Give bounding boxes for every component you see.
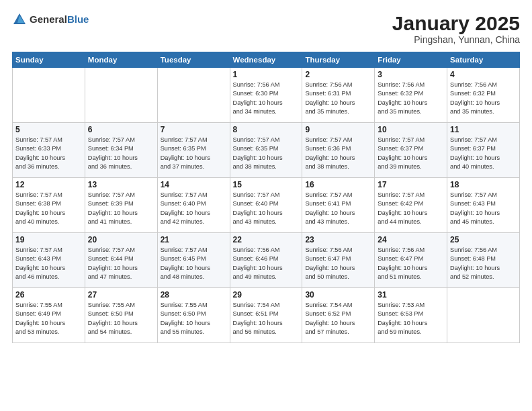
day-number: 10 <box>378 125 444 134</box>
day-info: Sunrise: 7:57 AMSunset: 6:41 PMDaylight:… <box>305 191 371 226</box>
location: Pingshan, Yunnan, China <box>392 34 520 45</box>
week-row-5: 26Sunrise: 7:55 AMSunset: 6:49 PMDayligh… <box>13 288 520 343</box>
day-info: Sunrise: 7:57 AMSunset: 6:44 PMDaylight:… <box>88 246 154 281</box>
table-row: 28Sunrise: 7:55 AMSunset: 6:50 PMDayligh… <box>157 288 230 343</box>
day-info: Sunrise: 7:57 AMSunset: 6:37 PMDaylight:… <box>450 136 517 171</box>
table-row: 30Sunrise: 7:54 AMSunset: 6:52 PMDayligh… <box>302 288 375 343</box>
calendar-table: Sunday Monday Tuesday Wednesday Thursday… <box>12 52 520 343</box>
table-row: 23Sunrise: 7:56 AMSunset: 6:47 PMDayligh… <box>302 233 375 288</box>
table-row: 18Sunrise: 7:57 AMSunset: 6:43 PMDayligh… <box>447 178 520 233</box>
day-number: 26 <box>15 290 82 300</box>
col-monday: Monday <box>85 52 157 68</box>
month-title: January 2025 <box>392 12 520 34</box>
table-row: 16Sunrise: 7:57 AMSunset: 6:41 PMDayligh… <box>302 178 375 233</box>
day-info: Sunrise: 7:56 AMSunset: 6:46 PMDaylight:… <box>233 246 300 281</box>
table-row: 29Sunrise: 7:54 AMSunset: 6:51 PMDayligh… <box>230 288 302 343</box>
table-row <box>85 68 157 123</box>
day-number: 24 <box>378 235 444 244</box>
day-number: 16 <box>305 180 371 189</box>
day-number: 5 <box>15 125 82 134</box>
day-info: Sunrise: 7:54 AMSunset: 6:52 PMDaylight:… <box>305 301 371 336</box>
day-number: 9 <box>305 125 371 134</box>
table-row <box>157 68 230 123</box>
day-number: 19 <box>15 235 82 244</box>
day-number: 30 <box>305 290 371 300</box>
day-number: 27 <box>88 290 154 300</box>
day-number: 13 <box>88 180 154 189</box>
week-row-2: 5Sunrise: 7:57 AMSunset: 6:33 PMDaylight… <box>13 123 520 178</box>
table-row <box>13 68 85 123</box>
table-row: 10Sunrise: 7:57 AMSunset: 6:37 PMDayligh… <box>375 123 447 178</box>
day-number: 18 <box>450 180 517 189</box>
table-row: 13Sunrise: 7:57 AMSunset: 6:39 PMDayligh… <box>85 178 157 233</box>
day-info: Sunrise: 7:56 AMSunset: 6:31 PMDaylight:… <box>305 81 371 116</box>
day-info: Sunrise: 7:56 AMSunset: 6:48 PMDaylight:… <box>450 246 517 281</box>
table-row: 20Sunrise: 7:57 AMSunset: 6:44 PMDayligh… <box>85 233 157 288</box>
day-number: 15 <box>233 180 300 189</box>
table-row: 19Sunrise: 7:57 AMSunset: 6:43 PMDayligh… <box>13 233 85 288</box>
day-number: 6 <box>88 125 154 134</box>
day-number: 4 <box>450 70 517 79</box>
day-number: 12 <box>15 180 82 189</box>
day-info: Sunrise: 7:57 AMSunset: 6:43 PMDaylight:… <box>15 246 82 281</box>
day-info: Sunrise: 7:56 AMSunset: 6:47 PMDaylight:… <box>378 246 444 281</box>
table-row: 6Sunrise: 7:57 AMSunset: 6:34 PMDaylight… <box>85 123 157 178</box>
day-number: 14 <box>161 180 227 189</box>
day-info: Sunrise: 7:55 AMSunset: 6:50 PMDaylight:… <box>88 301 154 336</box>
col-tuesday: Tuesday <box>157 52 230 68</box>
day-info: Sunrise: 7:57 AMSunset: 6:40 PMDaylight:… <box>161 191 227 226</box>
calendar-header-row: Sunday Monday Tuesday Wednesday Thursday… <box>13 52 520 68</box>
logo-icon <box>12 12 27 27</box>
table-row: 8Sunrise: 7:57 AMSunset: 6:35 PMDaylight… <box>230 123 302 178</box>
logo-general: GeneralBlue <box>30 13 89 26</box>
day-number: 28 <box>161 290 227 300</box>
day-info: Sunrise: 7:57 AMSunset: 6:45 PMDaylight:… <box>161 246 227 281</box>
col-saturday: Saturday <box>447 52 520 68</box>
day-info: Sunrise: 7:57 AMSunset: 6:40 PMDaylight:… <box>233 191 300 226</box>
day-info: Sunrise: 7:57 AMSunset: 6:34 PMDaylight:… <box>88 136 154 171</box>
day-info: Sunrise: 7:56 AMSunset: 6:32 PMDaylight:… <box>378 81 444 116</box>
table-row: 4Sunrise: 7:56 AMSunset: 6:32 PMDaylight… <box>447 68 520 123</box>
col-sunday: Sunday <box>13 52 85 68</box>
day-info: Sunrise: 7:56 AMSunset: 6:32 PMDaylight:… <box>450 81 517 116</box>
day-info: Sunrise: 7:57 AMSunset: 6:36 PMDaylight:… <box>305 136 371 171</box>
table-row: 9Sunrise: 7:57 AMSunset: 6:36 PMDaylight… <box>302 123 375 178</box>
day-info: Sunrise: 7:55 AMSunset: 6:50 PMDaylight:… <box>161 301 227 336</box>
day-info: Sunrise: 7:57 AMSunset: 6:35 PMDaylight:… <box>161 136 227 171</box>
table-row: 24Sunrise: 7:56 AMSunset: 6:47 PMDayligh… <box>375 233 447 288</box>
day-info: Sunrise: 7:56 AMSunset: 6:30 PMDaylight:… <box>233 81 300 116</box>
day-info: Sunrise: 7:54 AMSunset: 6:51 PMDaylight:… <box>233 301 300 336</box>
week-row-3: 12Sunrise: 7:57 AMSunset: 6:38 PMDayligh… <box>13 178 520 233</box>
col-wednesday: Wednesday <box>230 52 302 68</box>
day-number: 20 <box>88 235 154 244</box>
day-number: 3 <box>378 70 444 79</box>
day-number: 23 <box>305 235 371 244</box>
table-row: 5Sunrise: 7:57 AMSunset: 6:33 PMDaylight… <box>13 123 85 178</box>
table-row: 21Sunrise: 7:57 AMSunset: 6:45 PMDayligh… <box>157 233 230 288</box>
header: GeneralBlue January 2025 Pingshan, Yunna… <box>12 12 520 45</box>
table-row: 27Sunrise: 7:55 AMSunset: 6:50 PMDayligh… <box>85 288 157 343</box>
table-row: 3Sunrise: 7:56 AMSunset: 6:32 PMDaylight… <box>375 68 447 123</box>
day-number: 8 <box>233 125 300 134</box>
table-row: 12Sunrise: 7:57 AMSunset: 6:38 PMDayligh… <box>13 178 85 233</box>
week-row-1: 1Sunrise: 7:56 AMSunset: 6:30 PMDaylight… <box>13 68 520 123</box>
day-number: 2 <box>305 70 371 79</box>
day-number: 1 <box>233 70 300 79</box>
table-row: 22Sunrise: 7:56 AMSunset: 6:46 PMDayligh… <box>230 233 302 288</box>
table-row: 26Sunrise: 7:55 AMSunset: 6:49 PMDayligh… <box>13 288 85 343</box>
day-info: Sunrise: 7:57 AMSunset: 6:35 PMDaylight:… <box>233 136 300 171</box>
table-row: 15Sunrise: 7:57 AMSunset: 6:40 PMDayligh… <box>230 178 302 233</box>
table-row: 25Sunrise: 7:56 AMSunset: 6:48 PMDayligh… <box>447 233 520 288</box>
title-block: January 2025 Pingshan, Yunnan, China <box>392 12 520 45</box>
day-info: Sunrise: 7:55 AMSunset: 6:49 PMDaylight:… <box>15 301 82 336</box>
day-number: 22 <box>233 235 300 244</box>
day-info: Sunrise: 7:57 AMSunset: 6:33 PMDaylight:… <box>15 136 82 171</box>
table-row: 2Sunrise: 7:56 AMSunset: 6:31 PMDaylight… <box>302 68 375 123</box>
week-row-4: 19Sunrise: 7:57 AMSunset: 6:43 PMDayligh… <box>13 233 520 288</box>
logo: GeneralBlue <box>12 12 89 27</box>
day-number: 31 <box>378 290 444 300</box>
day-number: 11 <box>450 125 517 134</box>
day-number: 21 <box>161 235 227 244</box>
col-friday: Friday <box>375 52 447 68</box>
day-number: 7 <box>161 125 227 134</box>
